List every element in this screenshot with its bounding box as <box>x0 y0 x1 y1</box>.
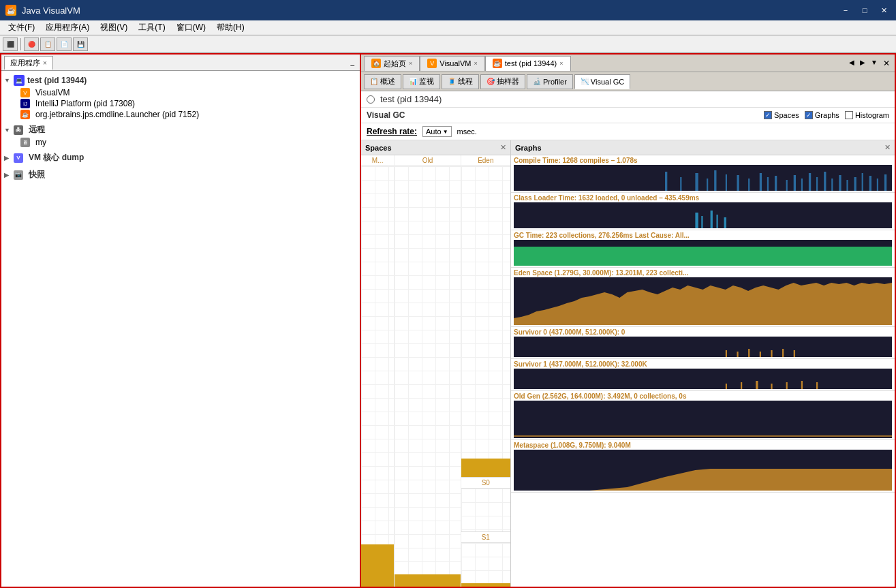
visualgc-options: ✓ Spaces ✓ Graphs Histogram <box>764 111 889 119</box>
svg-rect-8 <box>748 179 750 191</box>
graphs-panel-close[interactable]: ✕ <box>884 143 891 152</box>
remote-section[interactable]: ▼ 🖧 远程 <box>4 123 357 137</box>
subtab-threads[interactable]: 🧵 线程 <box>442 74 479 89</box>
tab-start-close[interactable]: × <box>409 60 412 67</box>
subtab-visualgc-label: Visual GC <box>591 78 624 86</box>
tab-nav-right[interactable]: ▶ <box>858 58 867 69</box>
subtab-visualgc[interactable]: 📉 Visual GC <box>574 74 630 89</box>
applications-tab[interactable]: 应用程序 × <box>4 56 53 69</box>
vmdump-section[interactable]: ▶ V VM 核心 dump <box>4 151 357 165</box>
subtab-monitor[interactable]: 📊 监视 <box>403 74 440 89</box>
subtab-sampler[interactable]: 🎯 抽样器 <box>480 74 525 89</box>
svg-rect-6 <box>726 174 727 191</box>
spaces-option[interactable]: ✓ Spaces <box>764 111 799 119</box>
toolbar-btn-1[interactable]: ⬛ <box>3 37 18 51</box>
svg-rect-46 <box>756 381 758 389</box>
close-button[interactable]: ✕ <box>877 3 891 17</box>
survivor1-chart <box>514 369 892 389</box>
applications-tab-close[interactable]: × <box>43 59 47 67</box>
classloader-canvas <box>514 202 892 228</box>
histogram-checkbox[interactable] <box>845 111 853 119</box>
classloader-title: Class Loader Time: 1632 loaded, 0 unload… <box>514 194 892 202</box>
graphs-checkbox[interactable]: ✓ <box>805 111 813 119</box>
toolbar-btn-5[interactable]: 💾 <box>73 37 88 51</box>
menu-help[interactable]: 帮助(H) <box>211 20 250 35</box>
svg-rect-24 <box>877 179 878 191</box>
visualgc-header: Visual GC ✓ Spaces ✓ Graphs Histogram <box>361 108 895 123</box>
svg-rect-22 <box>862 173 863 191</box>
s1-grid <box>461 543 510 587</box>
graphs-panel-header: Graphs ✕ <box>511 140 895 155</box>
classloader-chart <box>514 202 892 228</box>
svg-rect-38 <box>748 349 750 357</box>
graphs-option[interactable]: ✓ Graphs <box>805 111 839 119</box>
menu-window[interactable]: 窗口(W) <box>171 20 211 35</box>
tree-item-visualvm[interactable]: V VisualVM <box>4 87 357 98</box>
tab-visualvm[interactable]: V VisualVM × <box>420 56 485 71</box>
gc-time-chart <box>514 240 892 266</box>
tree-item-my[interactable]: 🖥 my <box>4 137 357 148</box>
left-panel-tab-bar: 应用程序 × _ <box>1 55 360 71</box>
maximize-button[interactable]: □ <box>858 3 871 17</box>
svg-rect-45 <box>741 382 742 389</box>
svg-rect-5 <box>714 170 716 191</box>
svg-rect-16 <box>816 177 818 191</box>
svg-rect-23 <box>869 176 871 191</box>
s0-visual <box>461 489 510 531</box>
menu-tools[interactable]: 工具(T) <box>133 20 170 35</box>
tab-test-process[interactable]: ☕ test (pid 13944) × <box>485 56 571 71</box>
svg-rect-31 <box>724 217 726 228</box>
subtab-overview[interactable]: 📋 概述 <box>364 74 401 89</box>
my-icon: 🖥 <box>20 138 30 147</box>
graphs-option-label: Graphs <box>815 111 839 119</box>
sampler-icon: 🎯 <box>486 78 495 85</box>
graphs-panel-title: Graphs <box>515 144 542 152</box>
tab-visualvm-close[interactable]: × <box>474 60 478 67</box>
subtab-sampler-label: 抽样器 <box>497 76 519 87</box>
tab-nav-down[interactable]: ▼ <box>869 58 880 69</box>
toolbar-btn-3[interactable]: 📋 <box>40 37 55 51</box>
svg-rect-19 <box>839 175 841 191</box>
tab-nav-close[interactable]: ✕ <box>881 58 892 69</box>
tab-test-close[interactable]: × <box>559 60 563 67</box>
histogram-option[interactable]: Histogram <box>845 111 889 119</box>
snapshot-section[interactable]: ▶ 📷 快照 <box>4 168 357 182</box>
tab-nav-left[interactable]: ◀ <box>847 58 856 69</box>
menu-view[interactable]: 视图(V) <box>95 20 133 35</box>
subtab-overview-label: 概述 <box>380 76 395 87</box>
menu-file[interactable]: 文件(F) <box>3 20 40 35</box>
tree-item-intellij[interactable]: IJ IntelliJ Platform (pid 17308) <box>4 98 357 109</box>
spaces-panel-close[interactable]: ✕ <box>500 143 506 152</box>
subtab-profiler[interactable]: 🔬 Profiler <box>527 74 573 89</box>
refresh-rate-select[interactable]: Auto ▼ <box>422 126 452 137</box>
tab-start-page[interactable]: 🏠 起始页 × <box>364 56 420 71</box>
local-section[interactable]: ▼ 💻 test (pid 13944) <box>4 74 357 87</box>
sub-tab-bar: 📋 概述 📊 监视 🧵 线程 🎯 抽样器 🔬 Profiler 📉 Vi <box>361 72 895 91</box>
snapshot-expand-icon: ▶ <box>4 172 12 179</box>
window-title: Java VisualVM <box>22 5 833 16</box>
graph-survivor0: Survivor 0 (437.000M, 512.000K): 0 <box>511 327 895 359</box>
eden-grid <box>461 166 510 477</box>
tree-item-launcher[interactable]: ☕ org.jetbrains.jps.cmdline.Launcher (pi… <box>4 109 357 120</box>
monitor-icon: 📊 <box>409 78 417 85</box>
refresh-rate-dropdown-icon: ▼ <box>443 129 448 135</box>
overview-icon: 📋 <box>370 78 378 85</box>
graph-gc-time: GC Time: 223 collections, 276.256ms Last… <box>511 230 895 268</box>
graph-eden-space: Eden Space (1.279G, 30.000M): 13.201M, 2… <box>511 268 895 327</box>
toolbar-btn-2[interactable]: 🔴 <box>24 37 39 51</box>
menu-app[interactable]: 应用程序(A) <box>40 20 95 35</box>
launcher-icon: ☕ <box>20 110 30 119</box>
svg-rect-51 <box>514 401 892 438</box>
minimize-button[interactable]: − <box>839 3 852 17</box>
spaces-checkbox[interactable]: ✓ <box>764 111 772 119</box>
space-col-metaspace: M... <box>361 155 395 587</box>
toolbar-btn-4[interactable]: 📄 <box>57 37 72 51</box>
left-panel-collapse[interactable]: _ <box>347 59 357 66</box>
refresh-rate-unit: msec. <box>457 127 477 136</box>
histogram-option-label: Histogram <box>855 111 889 119</box>
app-tree: ▼ 💻 test (pid 13944) V VisualVM IJ Intel… <box>1 71 360 587</box>
old-gen-title: Old Gen (2.562G, 164.000M): 3.492M, 0 co… <box>514 392 892 400</box>
svg-rect-13 <box>794 175 796 191</box>
svg-rect-2 <box>680 177 681 191</box>
svg-rect-11 <box>775 176 777 191</box>
